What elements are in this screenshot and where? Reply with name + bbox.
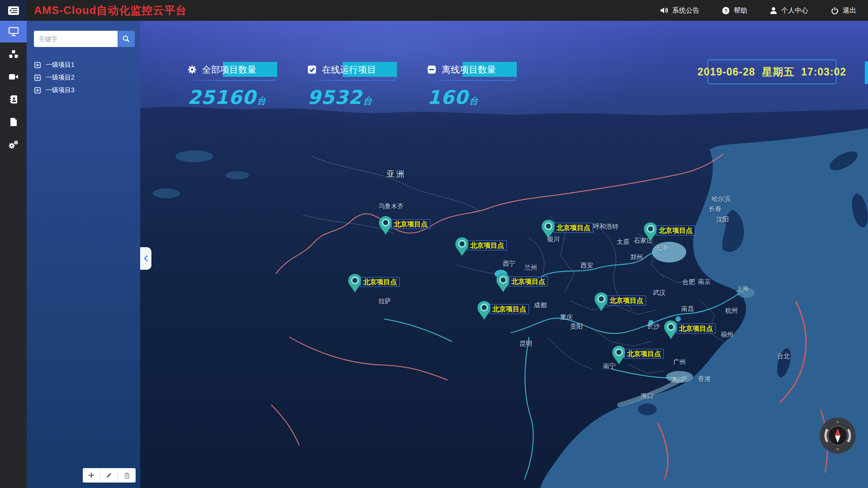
menu-item-announcements[interactable]: 系统公告 bbox=[660, 6, 699, 15]
plus-icon bbox=[88, 472, 94, 479]
marker-label[interactable]: 北京项目点 bbox=[360, 277, 400, 287]
outdent-menu-icon bbox=[8, 6, 19, 15]
cubes-icon bbox=[9, 50, 19, 59]
marker-label[interactable]: 北京项目点 bbox=[509, 277, 548, 286]
monitor-icon bbox=[9, 27, 19, 36]
rail-item-projects[interactable] bbox=[0, 43, 27, 65]
compass-control[interactable] bbox=[819, 417, 857, 455]
search-button[interactable] bbox=[118, 31, 135, 47]
tree-action-buttons bbox=[83, 468, 136, 483]
city-label: 长春 bbox=[709, 205, 722, 213]
chevron-left-icon bbox=[144, 255, 148, 262]
stat-card-online: 在线运行项目 9532台 bbox=[307, 63, 402, 108]
panel-collapse-handle[interactable] bbox=[140, 247, 151, 270]
city-label: 郑州 bbox=[630, 253, 643, 262]
city-label: 西安 bbox=[580, 262, 593, 270]
delete-node-button[interactable] bbox=[118, 468, 136, 483]
city-label: 合肥 bbox=[682, 278, 695, 286]
rail-item-contacts[interactable] bbox=[0, 89, 27, 110]
top-menu: 系统公告 ? 帮助 个人中心 退出 bbox=[660, 6, 868, 15]
city-label: 香港 bbox=[698, 375, 711, 383]
icon-rail bbox=[0, 21, 27, 488]
stat-label: 全部项目数量 bbox=[202, 64, 256, 76]
expand-plus-icon[interactable] bbox=[34, 75, 41, 81]
stat-underline bbox=[188, 80, 276, 81]
city-label: 海口 bbox=[641, 392, 653, 400]
city-label: 长沙 bbox=[647, 323, 660, 331]
marker-label[interactable]: 北京项目点 bbox=[676, 324, 716, 333]
stat-label: 离线项目数量 bbox=[442, 64, 496, 76]
marker-label[interactable]: 北京项目点 bbox=[607, 296, 646, 305]
rail-item-dashboard[interactable] bbox=[0, 21, 27, 42]
stat-value: 25160台 bbox=[188, 86, 283, 108]
city-label: 广州 bbox=[673, 358, 686, 366]
city-label: 天津 bbox=[655, 244, 667, 253]
city-label: 澳门 bbox=[671, 376, 684, 384]
top-bar: AMS-Cloud自动化监控云平台 系统公告 ? 帮助 个人中心 bbox=[0, 0, 868, 21]
city-label: 昆明 bbox=[519, 340, 532, 348]
checkbox-icon bbox=[307, 65, 316, 74]
marker-label[interactable]: 北京项目点 bbox=[656, 225, 695, 235]
city-label: 拉萨 bbox=[378, 297, 391, 305]
city-label: 重庆 bbox=[560, 314, 573, 322]
edit-node-button[interactable] bbox=[100, 468, 118, 483]
marker-label[interactable]: 北京项目点 bbox=[624, 349, 664, 359]
menu-label: 系统公告 bbox=[672, 6, 699, 15]
rail-item-video[interactable] bbox=[0, 66, 27, 88]
marker-label[interactable]: 北京项目点 bbox=[490, 304, 529, 314]
city-label: 兰州 bbox=[524, 264, 537, 272]
tree-item-project3[interactable]: 一级项目3 bbox=[34, 84, 140, 97]
stat-value: 9532台 bbox=[307, 86, 402, 108]
city-label: 贵阳 bbox=[570, 323, 583, 331]
add-node-button[interactable] bbox=[83, 468, 100, 483]
menu-label: 个人中心 bbox=[781, 6, 808, 15]
rail-item-documents[interactable] bbox=[0, 111, 27, 133]
city-label: 南京 bbox=[698, 278, 711, 286]
city-label: 武汉 bbox=[653, 289, 665, 297]
menu-label: 退出 bbox=[843, 6, 856, 15]
city-label: 台北 bbox=[777, 352, 790, 361]
stat-card-offline: 离线项目数量 160台 bbox=[427, 63, 522, 108]
address-book-icon bbox=[9, 95, 18, 104]
marker-label[interactable]: 北京项目点 bbox=[391, 219, 430, 229]
menu-label: 帮助 bbox=[734, 6, 747, 15]
menu-toggle-button[interactable] bbox=[0, 0, 27, 21]
continent-label: 亚洲 bbox=[387, 169, 406, 179]
tree-item-label: 一级项目2 bbox=[46, 74, 75, 82]
expand-plus-icon[interactable] bbox=[34, 87, 41, 94]
gears-icon bbox=[8, 140, 19, 149]
rail-item-settings[interactable] bbox=[0, 134, 27, 155]
project-tree-panel: 一级项目1 一级项目2 一级项目3 bbox=[27, 21, 140, 488]
marker-label[interactable]: 北京项目点 bbox=[467, 240, 507, 250]
app-title: AMS-Cloud自动化监控云平台 bbox=[34, 3, 187, 18]
expand-plus-icon[interactable] bbox=[34, 62, 41, 68]
search-input[interactable] bbox=[34, 31, 118, 47]
menu-item-profile[interactable]: 个人中心 bbox=[770, 6, 808, 15]
minus-square-icon bbox=[427, 65, 436, 74]
menu-item-help[interactable]: ? 帮助 bbox=[722, 6, 747, 15]
stat-underline bbox=[427, 80, 516, 81]
tree-item-project1[interactable]: 一级项目1 bbox=[34, 59, 140, 71]
stat-card-total: 全部项目数量 25160台 bbox=[188, 63, 283, 108]
pencil-icon bbox=[106, 472, 112, 479]
city-label: 福州 bbox=[721, 331, 733, 339]
tree-item-project2[interactable]: 一级项目2 bbox=[34, 71, 140, 84]
question-icon: ? bbox=[722, 7, 730, 14]
city-label: 杭州 bbox=[725, 307, 738, 315]
city-label: 南昌 bbox=[681, 305, 694, 313]
video-camera-icon bbox=[9, 73, 19, 80]
tree-item-label: 一级项目1 bbox=[46, 61, 75, 69]
svg-text:?: ? bbox=[724, 8, 727, 13]
edge-panel-sliver[interactable] bbox=[865, 61, 868, 84]
stat-value: 160台 bbox=[427, 86, 522, 108]
search-icon bbox=[123, 35, 130, 42]
gear-icon bbox=[188, 65, 197, 74]
power-icon bbox=[831, 7, 839, 14]
menu-item-logout[interactable]: 退出 bbox=[831, 6, 856, 15]
city-label: 哈尔滨 bbox=[712, 195, 731, 203]
city-label: 乌鲁木齐 bbox=[378, 202, 404, 211]
marker-label[interactable]: 北京项目点 bbox=[554, 223, 593, 233]
map-canvas[interactable]: 全部项目数量 25160台 在线运行项目 9532台 bbox=[140, 21, 868, 488]
trash-icon bbox=[124, 472, 130, 479]
compass-icon bbox=[819, 417, 857, 455]
